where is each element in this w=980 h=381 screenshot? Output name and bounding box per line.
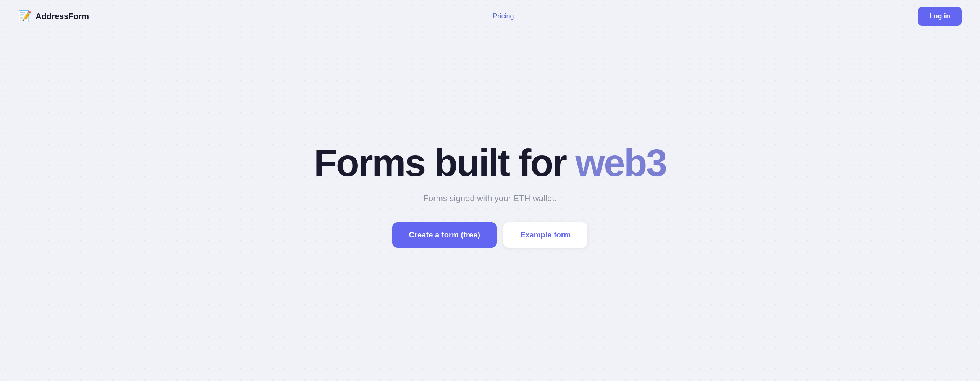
hero-title: Forms built for web3 (314, 143, 666, 183)
hero-buttons: Create a form (free) Example form (392, 222, 588, 248)
logo[interactable]: 📝 AddressForm (18, 11, 89, 22)
hero-section: Forms built for web3 Forms signed with y… (0, 32, 980, 381)
login-button[interactable]: Log in (918, 7, 962, 26)
hero-title-dark: Forms built for (314, 143, 566, 183)
create-form-button[interactable]: Create a form (free) (392, 222, 497, 248)
hero-title-purple: web3 (575, 143, 666, 183)
main-nav: Pricing (493, 12, 514, 20)
logo-text: AddressForm (36, 11, 89, 21)
header: 📝 AddressForm Pricing Log in (0, 0, 980, 32)
logo-icon: 📝 (18, 11, 32, 22)
pricing-link[interactable]: Pricing (493, 12, 514, 20)
hero-subtitle: Forms signed with your ETH wallet. (423, 194, 556, 203)
example-form-button[interactable]: Example form (503, 222, 588, 248)
